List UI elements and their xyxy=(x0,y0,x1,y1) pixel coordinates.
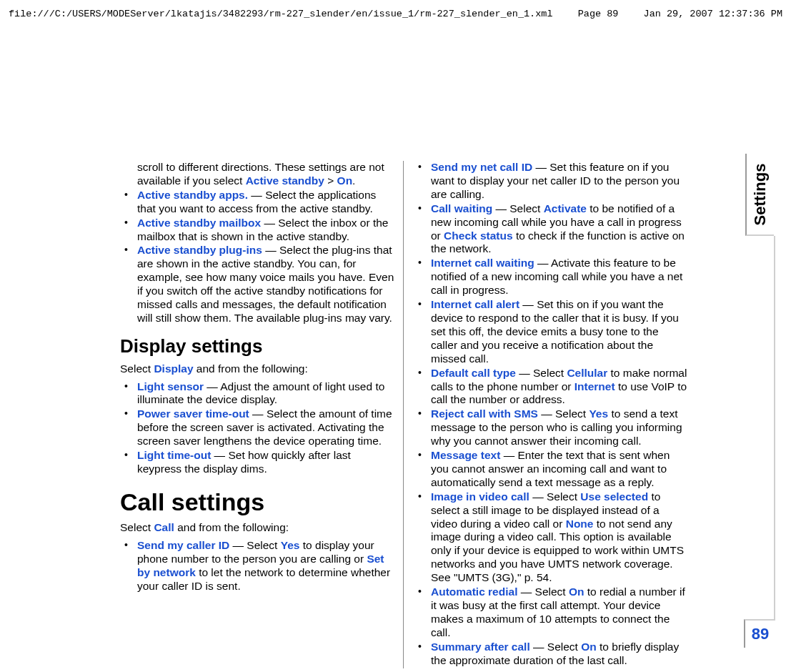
text: — Select xyxy=(529,490,581,503)
right-rail xyxy=(774,236,775,619)
hl: Internet call waiting xyxy=(431,257,534,269)
hl: Active standby mailbox xyxy=(137,217,261,229)
right-column: Send my net call ID — Set this feature o… xyxy=(404,161,693,668)
page-number: 89 xyxy=(744,619,775,648)
hl: Cellular xyxy=(567,367,607,379)
hl: Internet xyxy=(574,380,615,392)
hl: Yes xyxy=(281,539,300,551)
hl: Call xyxy=(154,521,174,533)
list-item: Internet call waiting — Activate this fe… xyxy=(414,257,687,297)
hl: Send my caller ID xyxy=(137,539,229,551)
heading-call-settings: Call settings xyxy=(120,488,396,517)
text: and from the following: xyxy=(174,521,289,533)
list-item: Active standby plug-ins — Select the plu… xyxy=(120,244,396,325)
content-area: scroll to different directions. These se… xyxy=(114,161,693,668)
text: . xyxy=(352,174,355,187)
hl: Reject call with SMS xyxy=(431,407,538,420)
page-indicator: Page 89 xyxy=(578,9,619,19)
hl: Use selected xyxy=(580,490,648,503)
hl: Display xyxy=(154,362,193,375)
hl: Check status xyxy=(444,229,512,242)
hl: On xyxy=(581,641,597,653)
datetime: Jan 29, 2007 12:37:36 PM xyxy=(644,9,782,19)
section-tab-label: Settings xyxy=(751,163,770,225)
hl: Automatic redial xyxy=(431,585,517,598)
text: — Select xyxy=(516,367,567,379)
hl: None xyxy=(566,518,594,530)
text: Select xyxy=(120,362,154,375)
hl: Light time-out xyxy=(137,449,211,461)
list-item: Active standby apps. — Select the applic… xyxy=(120,189,396,216)
call-intro: Select Call and from the following: xyxy=(120,521,396,535)
list-item: Light time-out — Set how quickly after l… xyxy=(120,449,396,476)
hl: Yes xyxy=(589,407,608,420)
list-item: Internet call alert — Set this on if you… xyxy=(414,298,687,366)
hl: Send my net call ID xyxy=(431,161,532,173)
hl: On xyxy=(337,174,353,187)
display-intro: Select Display and from the following: xyxy=(120,362,396,376)
list-item: Send my caller ID — Select Yes to displa… xyxy=(120,539,396,593)
file-path: file:///C:/USERS/MODEServer/lkatajis/348… xyxy=(9,9,553,19)
hl: On xyxy=(569,585,584,598)
hl: Active standby apps. xyxy=(137,189,248,201)
list-item: Call waiting — Select Activate to be not… xyxy=(414,202,687,257)
list-item: Power saver time-out — Select the amount… xyxy=(120,407,396,448)
list: Send my caller ID — Select Yes to displa… xyxy=(120,539,396,593)
hl: Call waiting xyxy=(431,202,492,214)
hl: Light sensor xyxy=(137,380,204,392)
list-item: Default call type — Select Cellular to m… xyxy=(414,367,687,407)
heading-display-settings: Display settings xyxy=(120,335,396,358)
hl: Image in video call xyxy=(431,490,529,503)
list-item: Summary after call — Select On to briefl… xyxy=(414,641,687,668)
hl: Summary after call xyxy=(431,641,530,653)
text: — Select xyxy=(517,585,569,598)
text: and from the following: xyxy=(194,362,308,375)
hl: Default call type xyxy=(431,367,516,379)
text: — Select xyxy=(229,539,281,551)
hl: Active standby xyxy=(246,174,324,187)
text: — Select xyxy=(538,407,589,420)
page-header: file:///C:/USERS/MODEServer/lkatajis/348… xyxy=(0,0,791,19)
text: Select xyxy=(120,521,154,533)
list-item: Send my net call ID — Set this feature o… xyxy=(414,161,687,202)
hl: Power saver time-out xyxy=(137,407,249,420)
list-item: Light sensor — Adjust the amount of ligh… xyxy=(120,380,396,407)
left-column: scroll to different directions. These se… xyxy=(114,161,404,668)
text: — Select xyxy=(530,641,582,653)
hl: Active standby plug-ins xyxy=(137,244,262,256)
list-item: Active standby mailbox — Select the inbo… xyxy=(120,217,396,244)
list: Send my net call ID — Set this feature o… xyxy=(414,161,687,668)
text: — Select xyxy=(492,202,544,214)
text: > xyxy=(324,174,337,187)
list: Light sensor — Adjust the amount of ligh… xyxy=(120,380,396,476)
continuation-text: scroll to different directions. These se… xyxy=(120,161,396,188)
list-item: Image in video call — Select Use selecte… xyxy=(414,490,687,585)
hl: Internet call alert xyxy=(431,298,519,310)
list-item: Message text — Enter the text that is se… xyxy=(414,449,687,490)
list-item: Reject call with SMS — Select Yes to sen… xyxy=(414,407,687,448)
hl: Message text xyxy=(431,449,500,461)
hl: Activate xyxy=(544,202,587,214)
section-tab: Settings xyxy=(745,154,774,236)
list-item: Automatic redial — Select On to redial a… xyxy=(414,585,687,640)
list: Active standby apps. — Select the applic… xyxy=(120,189,396,325)
